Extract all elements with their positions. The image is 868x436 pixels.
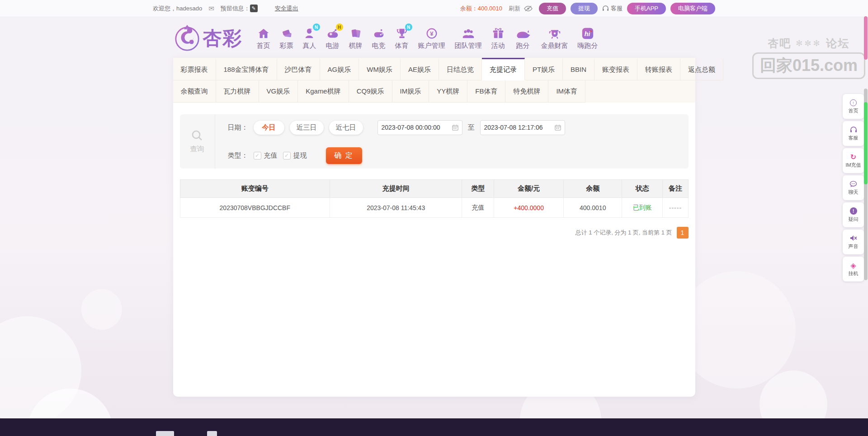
page-1-button[interactable]: 1 bbox=[677, 227, 689, 239]
tab-temian[interactable]: 特免棋牌 bbox=[505, 80, 548, 103]
nav-label: 棋牌 bbox=[349, 42, 363, 50]
team-icon bbox=[462, 27, 475, 40]
sidebar-item-home-top[interactable]: ↑ 首页 bbox=[843, 94, 864, 119]
nav-item-boardgames[interactable]: 棋牌 bbox=[349, 27, 363, 50]
quick-today[interactable]: 今日 bbox=[254, 121, 284, 135]
tab-wali[interactable]: 瓦力棋牌 bbox=[216, 80, 259, 103]
tab-rebate-total[interactable]: 返点总额 bbox=[680, 58, 723, 80]
topbar: 欢迎您，hadesado ✉ 预留信息： ✎ 安全退出 余额： 400.0010… bbox=[0, 0, 868, 17]
nav-label: 跑分 bbox=[516, 42, 530, 50]
tab-deposit-withdraw-records[interactable]: 充提记录 bbox=[482, 58, 525, 80]
nav-item-live[interactable]: N 真人 bbox=[303, 27, 316, 50]
watermark-site: 回家015.com bbox=[752, 52, 865, 79]
withdraw-button[interactable]: 提现 bbox=[571, 3, 598, 14]
nav-item-sports[interactable]: N 体育 bbox=[395, 27, 409, 50]
flourish-icon: ✻✼✻ bbox=[796, 38, 821, 48]
sidebar-label: 首页 bbox=[849, 108, 859, 114]
tab-ag[interactable]: AG娱乐 bbox=[320, 58, 359, 80]
nav-item-team[interactable]: 团队管理 bbox=[455, 27, 482, 50]
tab-shaba-sport[interactable]: 沙巴体育 bbox=[277, 58, 320, 80]
nav-item-promotions[interactable]: 活动 bbox=[491, 27, 505, 50]
nav-label: 电游 bbox=[326, 42, 340, 50]
nav-item-paofen[interactable]: 跑分 bbox=[514, 27, 532, 50]
tab-im-sport[interactable]: IM体育 bbox=[548, 80, 585, 103]
decor-circle bbox=[678, 271, 796, 389]
col-type: 类型 bbox=[462, 180, 494, 198]
customer-service-link[interactable]: 客服 bbox=[602, 5, 623, 13]
logo-badge-icon bbox=[173, 24, 201, 52]
mail-icon[interactable]: ✉ bbox=[208, 5, 214, 13]
decor-circle bbox=[81, 289, 122, 330]
scrollbar-pink-segment bbox=[864, 16, 868, 60]
cell-account-change-id: 20230708VBBGJDCCBF bbox=[180, 198, 330, 218]
nav-item-esports[interactable]: 电竞 bbox=[372, 27, 386, 50]
refresh-button[interactable]: 刷新 bbox=[509, 5, 520, 13]
tab-wm[interactable]: WM娱乐 bbox=[359, 58, 401, 80]
tab-im-yule[interactable]: IM娱乐 bbox=[392, 80, 429, 103]
sidebar-item-chat[interactable]: 聊天 bbox=[843, 175, 864, 200]
nav-label: 活动 bbox=[491, 42, 505, 50]
mobile-app-button[interactable]: 手机APP bbox=[627, 3, 666, 14]
sidebar-item-question[interactable]: ! 疑问 bbox=[843, 202, 864, 227]
nav-item-lottery[interactable]: 彩票 bbox=[280, 27, 293, 50]
nav-item-egames[interactable]: H 电游 bbox=[326, 27, 340, 50]
recharge-icon: ↻ bbox=[850, 153, 856, 161]
tab-kgame[interactable]: Kgame棋牌 bbox=[298, 80, 349, 103]
deposit-button[interactable]: 充值 bbox=[539, 3, 566, 14]
tab-daily-summary[interactable]: 日结总览 bbox=[439, 58, 482, 80]
tab-188-sport[interactable]: 188金宝博体育 bbox=[216, 58, 277, 80]
footer-chip bbox=[156, 431, 174, 436]
nav-item-treasure[interactable]: 金鼎财富 bbox=[541, 27, 568, 50]
tab-vg[interactable]: VG娱乐 bbox=[259, 80, 298, 103]
nav-label: 首页 bbox=[257, 42, 270, 50]
type-withdraw-checkbox[interactable]: ✓ 提现 bbox=[283, 151, 307, 160]
table-header-row: 账变编号 充提时间 类型 金额/元 余额 状态 备注 bbox=[180, 180, 688, 198]
quick-3days[interactable]: 近三日 bbox=[290, 121, 324, 135]
tab-bbin[interactable]: BBIN bbox=[563, 58, 594, 80]
esports-icon bbox=[372, 27, 386, 40]
scrollbar-thumb[interactable] bbox=[864, 102, 868, 184]
sidebar-item-service[interactable]: 客服 bbox=[843, 121, 864, 146]
pc-client-button[interactable]: 电脑客户端 bbox=[670, 3, 715, 14]
tab-cq9[interactable]: CQ9娱乐 bbox=[349, 80, 392, 103]
welcome-text: 欢迎您，hadesado bbox=[153, 5, 202, 13]
type-deposit-checkbox[interactable]: ✓ 充值 bbox=[254, 151, 278, 160]
gift-icon bbox=[491, 27, 505, 40]
sidebar-item-im-recharge[interactable]: ↻ IM充值 bbox=[843, 148, 864, 173]
edit-icon[interactable]: ✎ bbox=[250, 5, 258, 12]
quick-7days[interactable]: 近七日 bbox=[329, 121, 363, 135]
nav-item-account[interactable]: ¥ 账户管理 bbox=[418, 27, 445, 50]
tab-caipiao-baobiao[interactable]: 彩票报表 bbox=[173, 58, 216, 80]
date-to-value: 2023-07-08 12:17:06 bbox=[484, 124, 543, 131]
sidebar-item-sound[interactable]: 声音 bbox=[843, 230, 864, 254]
col-remark: 备注 bbox=[663, 180, 688, 198]
tab-ae[interactable]: AE娱乐 bbox=[401, 58, 439, 80]
confirm-button[interactable]: 确 定 bbox=[326, 147, 362, 164]
logo-text: 杏彩 bbox=[203, 29, 243, 48]
tab-pt[interactable]: PT娱乐 bbox=[525, 58, 563, 80]
eye-off-icon[interactable] bbox=[524, 5, 533, 12]
main-nav: 杏彩 首页 彩票 N 真人 bbox=[0, 17, 868, 57]
service-label: 客服 bbox=[611, 5, 623, 13]
svg-text:¥: ¥ bbox=[430, 30, 434, 37]
headset-icon bbox=[850, 127, 857, 133]
date-to-input[interactable]: 2023-07-08 12:17:06 bbox=[480, 120, 565, 135]
footer-chip bbox=[207, 431, 217, 436]
tab-fb-sport[interactable]: FB体育 bbox=[467, 80, 505, 103]
tab-balance-query[interactable]: 余额查询 bbox=[173, 80, 216, 103]
rhino-icon bbox=[514, 27, 532, 40]
site-logo[interactable]: 杏彩 bbox=[173, 24, 243, 52]
nav-item-hipaofen[interactable]: hi 嗨跑分 bbox=[578, 27, 598, 50]
tab-yy[interactable]: YY棋牌 bbox=[429, 80, 467, 103]
query-filter: 查询 日期： 今日 近三日 近七日 2023-07-08 00:00:00 bbox=[180, 114, 689, 169]
query-zone: 查询 bbox=[180, 114, 215, 169]
sidebar-item-afk[interactable]: ◈ 挂机 bbox=[843, 257, 864, 281]
col-amount: 金额/元 bbox=[494, 180, 564, 198]
pagination: 总计 1 个记录, 分为 1 页, 当前第 1 页 1 bbox=[180, 227, 689, 239]
tab-account-change[interactable]: 账变报表 bbox=[594, 58, 637, 80]
logout-link[interactable]: 安全退出 bbox=[275, 5, 298, 13]
gem-icon: ◈ bbox=[850, 261, 856, 269]
date-from-input[interactable]: 2023-07-08 00:00:00 bbox=[377, 120, 462, 135]
tab-transfer-report[interactable]: 转账报表 bbox=[637, 58, 680, 80]
nav-item-home[interactable]: 首页 bbox=[257, 27, 270, 50]
